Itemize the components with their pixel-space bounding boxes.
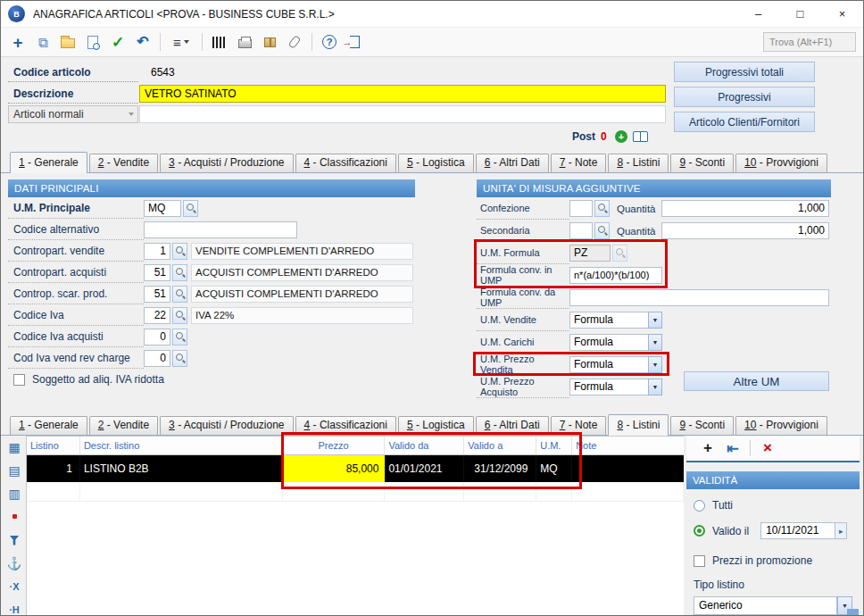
um-formula-field[interactable]: PZ [569,245,611,262]
table-row-selected[interactable]: 1 LISTINO B2B 85,000 01/01/2021 31/12/20… [27,455,684,482]
post-add-icon[interactable]: + [615,130,627,143]
formula-conv-in-ump-field[interactable]: n*(a/100)*(b/100) [569,267,662,284]
package-icon[interactable] [258,30,281,54]
secondaria-qty-field[interactable]: 1,000 [661,222,829,239]
attach-icon[interactable] [283,30,306,54]
tab2-generale[interactable]: 1 - Generale [10,416,87,435]
first-row-icon[interactable]: ⇤ [720,437,745,459]
empty-row[interactable] [27,482,684,502]
chevron-down-icon[interactable] [648,312,662,329]
contropart-vendite-field[interactable]: 1 [144,243,170,260]
controp-scar-prod-field[interactable]: 51 [144,286,170,303]
find-box[interactable]: Trova (Alt+F1) [763,32,856,52]
tab2-vendite[interactable]: 2 - Vendite [89,416,158,435]
col-valido-da[interactable]: Valido da [385,437,464,454]
row-view-icon[interactable]: ▤ [4,460,24,481]
tab-classificazioni[interactable]: 4 - Classificazioni [295,154,396,172]
confirm-icon[interactable]: ✓ [106,30,129,54]
tab-provvigioni[interactable]: 10 - Provvigioni [735,154,827,172]
print-preview-icon[interactable] [81,30,104,54]
articolo-clienti-fornitori-button[interactable]: Articolo Clienti/Fornitori [674,112,815,132]
confezione-field[interactable] [569,200,593,217]
tipo-listino-combo[interactable]: Generico [694,596,852,615]
cod-iva-rev-charge-field[interactable]: 0 [144,350,170,367]
date-next-icon[interactable]: ▸ [835,522,847,539]
codice-iva-search-icon[interactable] [172,307,187,324]
anchor-icon[interactable]: ⚓ [4,553,24,574]
print-icon[interactable] [233,30,256,54]
chevron-down-icon[interactable] [648,334,662,351]
iva-ridotta-checkbox[interactable] [13,374,25,386]
tab2-provvigioni[interactable]: 10 - Provvigioni [735,416,827,435]
codice-articolo-value[interactable]: 6543 [151,66,175,79]
undo-icon[interactable]: ↶ [131,30,154,54]
new-icon[interactable]: + [6,30,29,54]
post-book-icon[interactable] [633,131,648,142]
add-row-icon[interactable]: + [695,437,720,459]
tab2-logistica[interactable]: 5 - Logistica [398,416,474,435]
tab2-acquisti-produzione[interactable]: 3 - Acquisti / Produzione [160,416,293,435]
tab2-sconti[interactable]: 9 - Sconti [670,416,734,435]
table-view-icon[interactable]: ▦ [4,437,24,458]
valido-il-date-field[interactable]: 10/11/2021 [760,522,835,539]
hide-h-icon[interactable]: ·H [4,599,24,616]
tutti-radio[interactable] [694,500,705,512]
copy-icon[interactable]: ⧉ [31,30,54,54]
secondaria-field[interactable] [569,222,593,239]
open-folder-icon[interactable] [56,30,79,54]
tab-listini[interactable]: 8 - Listini [608,154,669,172]
chevron-down-icon[interactable] [648,379,662,395]
delete-row-icon[interactable]: × [755,437,780,459]
chevron-down-icon[interactable] [648,356,662,373]
exit-icon[interactable] [343,30,366,54]
close-button[interactable]: × [821,1,863,27]
descrizione-2-field[interactable] [139,105,666,123]
tipo-articolo-select[interactable]: Articoli normali [8,105,138,123]
descrizione-field[interactable]: VETRO SATINATO [139,85,666,103]
col-listino[interactable]: Listino [27,437,80,454]
col-valido-a[interactable]: Valido a [464,437,536,454]
resize-grip[interactable] [847,609,859,616]
help-icon[interactable]: ? [318,30,341,54]
filter-icon[interactable] [4,529,24,551]
altre-um-button[interactable]: Altre UM [684,371,829,391]
tab-vendite[interactable]: 2 - Vendite [89,154,158,172]
tab2-classificazioni[interactable]: 4 - Classificazioni [295,416,396,435]
um-principale-field[interactable]: MQ [144,200,181,217]
cod-iva-rev-charge-search-icon[interactable] [172,350,187,367]
codice-alternativo-field[interactable] [144,221,297,238]
secondaria-search-icon[interactable] [594,222,610,239]
col-prezzo[interactable]: Prezzo [283,437,386,454]
tab-logistica[interactable]: 5 - Logistica [398,154,474,172]
col-um[interactable]: U.M. [536,437,572,454]
tab2-note[interactable]: 7 - Note [551,416,607,435]
card-view-icon[interactable]: ▥ [4,483,24,504]
um-vendite-combo[interactable]: Formula [569,312,662,329]
progressivi-totali-button[interactable]: Progressivi totali [674,62,815,82]
um-prezzo-acquisto-combo[interactable]: Formula [569,379,662,395]
filter-active-icon[interactable] [4,506,24,528]
um-prezzo-vendita-combo[interactable]: Formula [569,356,662,373]
contropart-vendite-search-icon[interactable] [172,243,187,260]
tab-note[interactable]: 7 - Note [551,154,607,172]
um-principale-search-icon[interactable] [183,200,198,217]
tab2-altri-dati[interactable]: 6 - Altri Dati [476,416,549,435]
contropart-acquisti-search-icon[interactable] [172,264,187,281]
valido-il-radio[interactable] [694,525,705,537]
minimize-button[interactable]: – [737,1,779,27]
formula-conv-da-ump-field[interactable] [569,289,829,306]
col-descr-listino[interactable]: Descr. listino [80,437,283,454]
confezione-search-icon[interactable] [594,200,610,217]
maximize-button[interactable]: □ [779,1,821,27]
prezzi-promozione-checkbox[interactable] [694,555,705,567]
confezione-qty-field[interactable]: 1,000 [661,200,829,217]
codice-iva-acquisti-field[interactable]: 0 [144,329,170,345]
codice-iva-field[interactable]: 22 [144,307,170,324]
barcode-icon[interactable] [208,30,231,54]
tab2-listini[interactable]: 8 - Listini [608,414,669,436]
menu-icon[interactable]: ≡ [166,30,196,54]
clear-x-icon[interactable]: ·X [4,576,24,597]
col-note[interactable]: Note [572,437,684,454]
progressivi-button[interactable]: Progressivi [674,87,815,107]
codice-iva-acquisti-search-icon[interactable] [172,329,187,345]
